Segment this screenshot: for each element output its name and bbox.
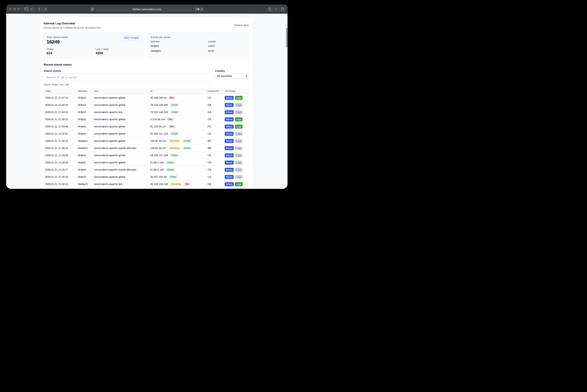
svg-text:文: 文: [198, 8, 199, 10]
svg-text:A: A: [196, 8, 197, 10]
